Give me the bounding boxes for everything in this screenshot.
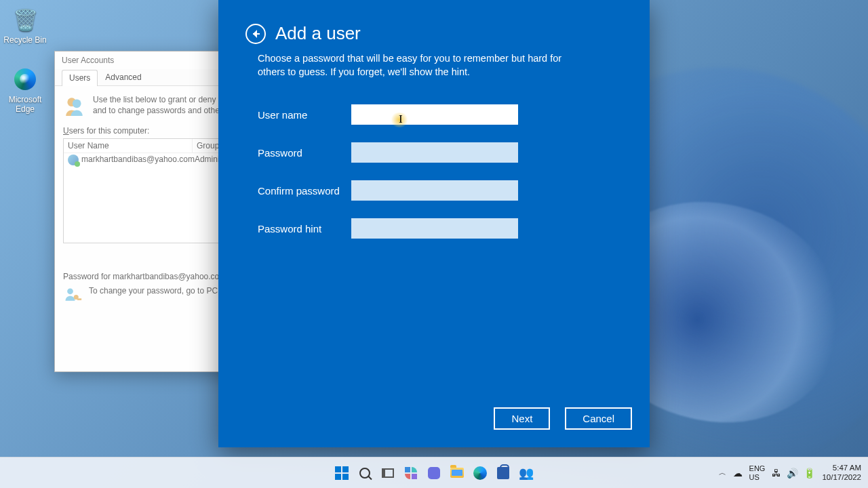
user-accounts-icon: 👥 — [519, 466, 534, 481]
widgets-icon — [405, 467, 417, 479]
taskbar-chat[interactable] — [425, 464, 443, 483]
username-input[interactable] — [351, 104, 518, 125]
taskbar: 👥 ︿ ☁ ENG US 🖧 🔊 🔋 5:47 AM 10/17/2022 — [0, 457, 868, 488]
taskbar-search[interactable] — [355, 464, 374, 483]
back-button[interactable] — [245, 24, 266, 44]
folder-icon — [450, 468, 464, 478]
add-user-modal: Add a user Choose a password that will b… — [218, 0, 650, 447]
edge-icon — [14, 68, 36, 90]
next-button[interactable]: Next — [494, 407, 550, 430]
store-icon — [497, 467, 509, 479]
label-confirm-password: Confirm password — [258, 185, 351, 197]
modal-subtitle: Choose a password that will be easy for … — [218, 49, 598, 79]
desktop-icon-edge[interactable]: Microsoft Edge — [0, 65, 50, 114]
desktop-icon-recycle-bin[interactable]: 🗑️ Recycle Bin — [0, 5, 50, 45]
taskbar-user-accounts[interactable]: 👥 — [517, 464, 536, 483]
edge-icon — [473, 466, 487, 480]
taskbar-taskview[interactable] — [378, 464, 397, 483]
svg-rect-5 — [253, 33, 260, 35]
onedrive-tray-icon[interactable]: ☁ — [733, 468, 743, 479]
modal-title: Add a user — [275, 23, 361, 44]
label-password-hint: Password hint — [258, 223, 351, 235]
label-username: User name — [258, 109, 351, 121]
confirm-password-input[interactable] — [351, 180, 518, 201]
taskview-icon — [382, 468, 394, 478]
taskbar-widgets[interactable] — [401, 464, 420, 483]
recycle-bin-icon: 🗑️ — [13, 8, 38, 32]
windows-icon — [335, 466, 349, 480]
chat-icon — [428, 467, 440, 479]
tray-overflow-button[interactable]: ︿ — [719, 468, 726, 478]
battery-tray-icon[interactable]: 🔋 — [804, 468, 815, 479]
password-hint-input[interactable] — [351, 218, 518, 239]
language-indicator[interactable]: ENG US — [749, 464, 766, 481]
desktop-icon-label: Microsoft Edge — [0, 95, 50, 114]
volume-tray-icon[interactable]: 🔊 — [787, 468, 798, 479]
label-password: Password — [258, 147, 351, 159]
desktop-icon-label: Recycle Bin — [0, 35, 50, 45]
password-input[interactable] — [351, 142, 518, 163]
start-button[interactable] — [332, 464, 351, 483]
network-tray-icon[interactable]: 🖧 — [772, 468, 781, 479]
search-icon — [359, 468, 370, 479]
taskbar-store[interactable] — [494, 464, 513, 483]
taskbar-edge[interactable] — [471, 464, 490, 483]
cancel-button[interactable]: Cancel — [565, 407, 632, 430]
taskbar-explorer[interactable] — [448, 464, 467, 483]
clock[interactable]: 5:47 AM 10/17/2022 — [822, 464, 861, 481]
